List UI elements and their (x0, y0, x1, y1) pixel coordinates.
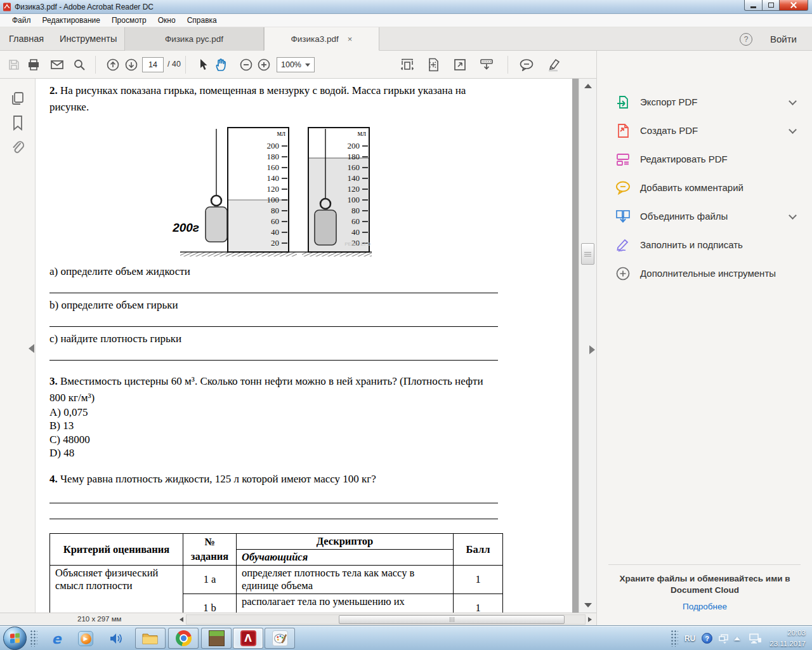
hand-tool-button[interactable] (212, 56, 230, 74)
scroll-mode-button[interactable] (478, 56, 495, 74)
print-button[interactable] (25, 56, 43, 74)
tab-close-icon[interactable]: × (348, 34, 353, 44)
vertical-scroll-thumb[interactable] (581, 243, 594, 265)
zoom-out-button[interactable] (237, 56, 255, 74)
tool-add-comment[interactable]: Добавить комментарий (597, 173, 812, 202)
search-icon (73, 58, 86, 71)
svg-text:200: 200 (348, 141, 360, 150)
minecraft-taskbar-button[interactable] (201, 628, 232, 649)
chrome-taskbar-button[interactable] (168, 628, 199, 649)
signin-button[interactable]: Войти (770, 34, 797, 44)
tab-home[interactable]: Главная (0, 27, 53, 50)
svg-text:мл: мл (277, 129, 285, 138)
zoom-level-select[interactable]: 100% (277, 57, 315, 72)
expand-right-panel-arrow[interactable] (589, 345, 595, 354)
tab-tools[interactable]: Инструменты (51, 27, 126, 50)
answer-line (49, 312, 498, 327)
fill-sign-icon (615, 237, 631, 253)
tool-more-tools[interactable]: Дополнительные инструменты (597, 259, 812, 288)
network-icon[interactable] (748, 633, 762, 644)
tray-help-icon[interactable]: ? (702, 633, 712, 644)
fullscreen-button[interactable] (451, 56, 469, 74)
tab-bar: Главная Инструменты Физика рус.pdf Физик… (0, 27, 812, 51)
tool-combine-files[interactable]: Объединить файлы (597, 202, 812, 230)
menu-window[interactable]: Окно (152, 16, 181, 25)
attachments-button[interactable] (10, 140, 26, 156)
col-score: Балл (454, 534, 503, 566)
minimize-button[interactable] (744, 0, 763, 11)
explorer-icon (142, 632, 159, 646)
horizontal-scroll-thumb[interactable] (339, 615, 565, 624)
chevron-down-icon[interactable] (789, 126, 797, 134)
table-row: Объясняет физический смысл плотности 1 a… (50, 566, 503, 594)
search-button[interactable] (70, 56, 88, 74)
save-button[interactable] (5, 56, 23, 74)
svg-text:мл: мл (357, 129, 366, 138)
tab-doc-fizika3[interactable]: Физика3.pdf × (264, 27, 379, 51)
explorer-taskbar-button[interactable] (135, 628, 166, 649)
next-page-button[interactable] (122, 56, 140, 74)
fit-width-button[interactable] (398, 56, 416, 74)
tool-export-pdf[interactable]: Экспорт PDF (597, 88, 812, 116)
svg-text:40: 40 (271, 227, 279, 237)
tool-edit-pdf[interactable]: Редактировать PDF (597, 145, 812, 173)
language-indicator[interactable]: RU (684, 634, 695, 643)
chevron-down-icon (305, 63, 310, 67)
zoom-in-button[interactable] (255, 56, 273, 74)
scroll-up-arrow[interactable] (584, 84, 592, 88)
svg-text:60: 60 (271, 216, 279, 226)
tool-fill-sign[interactable]: Заполнить и подписать (597, 230, 812, 259)
svg-text:100: 100 (267, 195, 280, 204)
edit-pdf-icon (615, 151, 631, 168)
print-icon (27, 58, 41, 71)
windows-taskbar: e ▶ Λ RU ? 20:03 23.11.2017 (0, 625, 812, 650)
page-number-input[interactable] (142, 57, 164, 72)
email-button[interactable] (48, 56, 66, 74)
scroll-right-arrow[interactable] (588, 617, 592, 622)
scroll-left-arrow[interactable] (180, 617, 183, 622)
previous-page-button[interactable] (104, 56, 122, 74)
close-button[interactable] (780, 0, 808, 11)
chevron-down-icon[interactable] (789, 97, 797, 105)
restore-button[interactable] (763, 0, 780, 11)
select-tool-button[interactable] (194, 56, 212, 74)
col-descriptor: Дескриптор (237, 534, 454, 550)
tools-panel: Экспорт PDF Создать PDF Редактировать PD… (596, 51, 812, 625)
scroll-down-arrow[interactable] (584, 603, 592, 607)
start-button[interactable] (3, 627, 27, 650)
tray-clock[interactable]: 20:03 23.11.2017 (769, 628, 806, 649)
menu-view[interactable]: Просмотр (106, 16, 152, 25)
show-hidden-icons-arrow[interactable] (734, 637, 740, 640)
chevron-down-icon[interactable] (789, 211, 797, 220)
menu-help[interactable]: Справка (181, 16, 223, 25)
tray-date: 23.11.2017 (769, 639, 806, 649)
tray-time: 20:03 (769, 628, 806, 639)
tab-doc-fizika-rus[interactable]: Физика рус.pdf (124, 27, 264, 51)
answer-line (49, 503, 498, 519)
col-task-number: №задания (183, 534, 237, 566)
question-2c: c) найдите плотность гирьки (49, 333, 501, 345)
highlight-button[interactable] (544, 56, 562, 74)
acrobat-taskbar-button[interactable]: Λ (233, 628, 263, 649)
tool-create-pdf[interactable]: Создать PDF (597, 116, 812, 145)
chrome-icon (176, 630, 192, 646)
comment-button[interactable] (518, 56, 535, 74)
volume-button[interactable] (108, 630, 124, 647)
horizontal-scrollbar[interactable] (180, 614, 592, 625)
media-player-button[interactable]: ▶ (77, 630, 94, 647)
bookmarks-button[interactable] (10, 115, 26, 131)
help-icon[interactable]: ? (740, 33, 752, 46)
menu-edit[interactable]: Редактирование (37, 16, 106, 25)
learn-more-link[interactable]: Подробнее (597, 602, 812, 611)
fit-page-button[interactable] (424, 56, 442, 74)
internet-explorer-button[interactable]: e (48, 630, 65, 647)
tray-grip (671, 630, 678, 647)
tray-window-icon[interactable] (719, 633, 729, 644)
page-thumbnails-button[interactable] (10, 90, 26, 107)
collapse-left-panel-arrow[interactable] (29, 344, 34, 353)
page-size-label: 210 x 297 мм (77, 615, 122, 623)
paint-taskbar-button[interactable] (265, 628, 295, 649)
taskbar-grip (30, 630, 37, 647)
fit-width-icon (400, 58, 414, 71)
menu-file[interactable]: Файл (6, 16, 37, 25)
